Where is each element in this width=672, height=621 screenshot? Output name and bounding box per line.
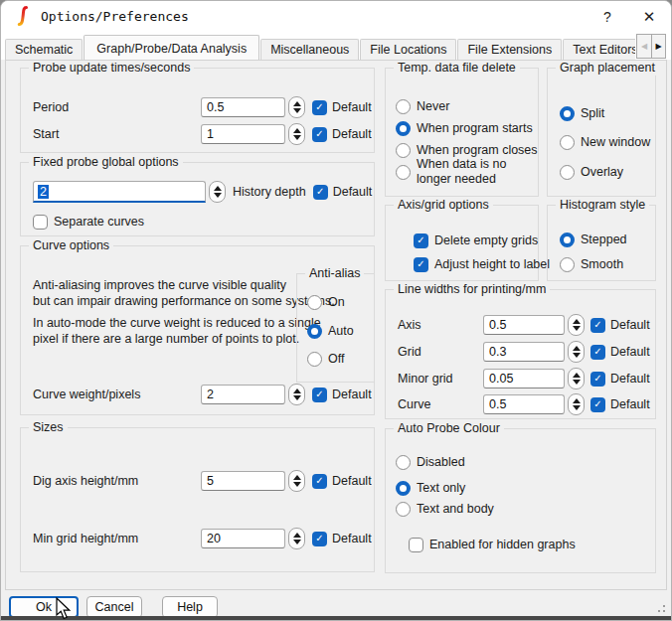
never-label[interactable]: Never: [417, 99, 449, 113]
axis-width-input[interactable]: [483, 315, 565, 335]
split-label[interactable]: Split: [581, 106, 604, 120]
spin-down-icon[interactable]: [573, 353, 581, 358]
spin-down-icon[interactable]: [293, 135, 301, 140]
text-and-body-label[interactable]: Text and body: [417, 502, 494, 516]
history-depth-input[interactable]: 2: [33, 181, 206, 203]
smooth-label[interactable]: Smooth: [581, 257, 623, 271]
delete-empty-grids-label[interactable]: Delete empty grids: [434, 233, 538, 247]
radio-icon[interactable]: [396, 455, 411, 470]
separate-curves-option[interactable]: Separate curves: [33, 211, 144, 233]
help-button[interactable]: Help: [162, 596, 218, 618]
radio-icon[interactable]: [560, 165, 575, 180]
curve-weight-default-checkbox[interactable]: ✓: [312, 388, 327, 402]
resize-grip[interactable]: [654, 601, 666, 613]
start-input[interactable]: [201, 124, 285, 144]
anti-alias-on-option[interactable]: On: [307, 291, 345, 313]
spin-down-icon[interactable]: [573, 380, 581, 385]
separate-curves-label[interactable]: Separate curves: [54, 215, 144, 229]
radio-icon[interactable]: [396, 481, 411, 496]
period-input[interactable]: [201, 97, 285, 117]
min-grid-default-label[interactable]: Default: [332, 532, 372, 545]
grid-width-default-label[interactable]: Default: [610, 345, 650, 359]
period-default-checkbox[interactable]: ✓: [312, 100, 327, 115]
radio-icon[interactable]: [560, 106, 575, 121]
dig-axis-default-checkbox[interactable]: ✓: [312, 474, 327, 489]
min-grid-spinner[interactable]: [288, 528, 305, 549]
spin-down-icon[interactable]: [293, 108, 301, 113]
radio-icon[interactable]: [396, 502, 411, 517]
period-spinner[interactable]: [288, 96, 305, 118]
program-starts-label[interactable]: When program starts: [417, 121, 533, 135]
spin-down-icon[interactable]: [573, 405, 581, 410]
spin-up-icon[interactable]: [293, 533, 301, 538]
histogram-smooth-option[interactable]: Smooth: [560, 253, 623, 275]
minor-grid-width-spinner[interactable]: [568, 368, 585, 389]
spin-down-icon[interactable]: [293, 482, 301, 487]
dig-axis-default-label[interactable]: Default: [332, 474, 372, 488]
auto-probe-disabled-option[interactable]: Disabled: [396, 451, 465, 473]
grid-width-input[interactable]: [483, 342, 565, 362]
min-grid-default-checkbox[interactable]: ✓: [312, 532, 327, 546]
start-default-label[interactable]: Default: [332, 127, 372, 141]
no-longer-needed-label[interactable]: When data is nolonger needed: [417, 157, 506, 187]
placement-split-option[interactable]: Split: [560, 102, 604, 124]
min-grid-height-input[interactable]: [201, 529, 285, 548]
spin-down-icon[interactable]: [293, 540, 301, 544]
auto-probe-text-and-body-option[interactable]: Text and body: [396, 498, 494, 520]
anti-alias-off-label[interactable]: Off: [328, 352, 344, 366]
ok-button[interactable]: Ok: [9, 596, 79, 618]
separate-curves-checkbox[interactable]: [33, 215, 48, 230]
hidden-graphs-label[interactable]: Enabled for hidden graphs: [429, 538, 576, 551]
tab-scroll-right-icon[interactable]: ▶: [651, 34, 666, 59]
curve-width-input[interactable]: [483, 394, 565, 414]
stepped-label[interactable]: Stepped: [581, 233, 627, 246]
dig-axis-height-input[interactable]: [201, 471, 285, 491]
placement-new-window-option[interactable]: New window: [560, 131, 650, 153]
temp-delete-no-longer-needed-option[interactable]: When data is nolonger needed: [396, 156, 506, 188]
period-default-label[interactable]: Default: [332, 100, 372, 114]
tab-file-extensions[interactable]: File Extensions: [457, 39, 562, 60]
radio-icon[interactable]: [396, 99, 411, 114]
help-caption-button[interactable]: ?: [595, 6, 619, 28]
grid-width-spinner[interactable]: [568, 341, 585, 363]
hidden-graphs-option[interactable]: Enabled for hidden graphs: [409, 534, 576, 555]
tab-miscellaneous[interactable]: Miscellaneous: [260, 39, 359, 60]
delete-empty-grids-checkbox[interactable]: ✓: [414, 233, 428, 248]
curve-weight-input[interactable]: [201, 385, 285, 404]
temp-delete-never-option[interactable]: Never: [396, 95, 449, 117]
axis-width-default-checkbox[interactable]: ✓: [590, 318, 605, 333]
spin-up-icon[interactable]: [293, 475, 301, 480]
anti-alias-auto-label[interactable]: Auto: [328, 324, 354, 338]
minor-grid-width-input[interactable]: [483, 369, 565, 388]
spin-down-icon[interactable]: [214, 193, 222, 198]
spin-down-icon[interactable]: [573, 326, 581, 331]
radio-icon[interactable]: [307, 324, 322, 339]
axis-width-default-label[interactable]: Default: [610, 318, 650, 332]
tab-graph-probe-data-analysis[interactable]: Graph/Probe/Data Analysis: [84, 35, 259, 60]
hidden-graphs-checkbox[interactable]: [409, 538, 423, 552]
text-only-label[interactable]: Text only: [417, 481, 465, 495]
curve-weight-spinner[interactable]: [288, 384, 305, 405]
history-default-checkbox[interactable]: ✓: [313, 185, 328, 200]
disabled-label[interactable]: Disabled: [417, 455, 465, 469]
tab-scroll-left-icon[interactable]: ◀: [636, 34, 651, 59]
anti-alias-auto-option[interactable]: Auto: [307, 320, 354, 342]
curve-width-default-checkbox[interactable]: ✓: [590, 397, 605, 412]
adjust-height-option[interactable]: ✓ Adjust height to label: [414, 253, 550, 275]
curve-weight-default-label[interactable]: Default: [332, 388, 372, 401]
adjust-height-checkbox[interactable]: ✓: [414, 257, 428, 272]
spin-up-icon[interactable]: [293, 388, 301, 393]
overlay-label[interactable]: Overlay: [581, 165, 623, 179]
tab-text-editors[interactable]: Text Editors: [563, 39, 635, 60]
start-default-checkbox[interactable]: ✓: [312, 127, 327, 142]
temp-delete-program-starts-option[interactable]: When program starts: [396, 117, 533, 139]
spin-up-icon[interactable]: [214, 186, 222, 191]
radio-icon[interactable]: [560, 257, 575, 272]
program-closes-label[interactable]: When program closes: [417, 143, 538, 157]
spin-up-icon[interactable]: [573, 398, 581, 403]
history-depth-spinner[interactable]: [209, 181, 226, 203]
delete-empty-grids-option[interactable]: ✓ Delete empty grids: [414, 230, 538, 251]
curve-width-default-label[interactable]: Default: [610, 397, 650, 411]
minor-grid-width-default-label[interactable]: Default: [610, 372, 650, 386]
radio-icon[interactable]: [307, 295, 322, 310]
